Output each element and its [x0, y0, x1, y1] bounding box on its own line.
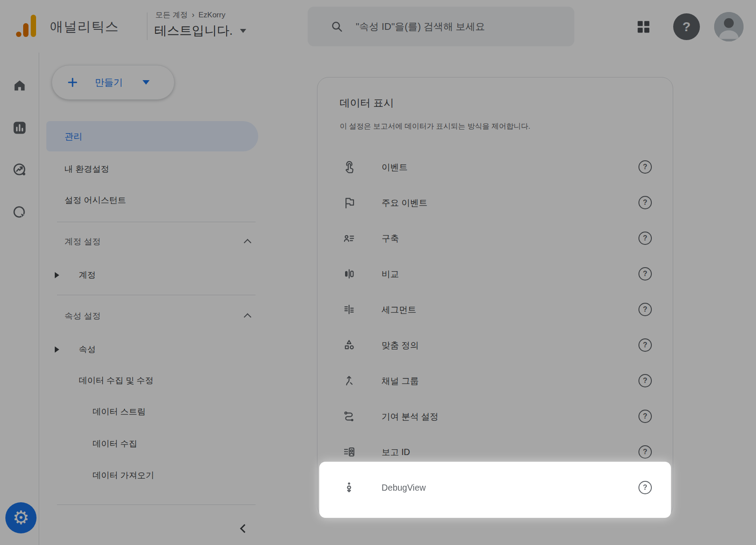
help-icon[interactable]: ?: [638, 410, 652, 423]
nav-section-account-settings[interactable]: 계정 설정: [39, 234, 276, 250]
nav-divider: [57, 295, 256, 295]
nav-item-label: 내 환경설정: [65, 163, 109, 175]
help-icon[interactable]: ?: [638, 160, 652, 174]
app-header: 애널리틱스 모든 계정 › EzKorry 테스트입니다. ?: [0, 0, 756, 53]
debug-route-icon: [342, 481, 356, 494]
reporting-id-badge-icon: [342, 445, 356, 459]
property-caret-icon: [240, 29, 246, 33]
create-button[interactable]: 만들기: [52, 65, 175, 100]
nav-item-label: 설정 어시스턴트: [65, 195, 126, 206]
advertising-icon[interactable]: [12, 205, 27, 220]
breadcrumb-chevron-icon: ›: [192, 10, 195, 20]
row-label: 세그먼트: [382, 304, 638, 316]
help-icon[interactable]: ?: [638, 267, 652, 281]
segments-icon: [342, 303, 356, 316]
home-icon[interactable]: [12, 78, 27, 93]
settings-list: 이벤트 ? 주요 이벤트 ? 구축 ? 비교: [317, 149, 673, 518]
help-icon[interactable]: ?: [638, 374, 652, 387]
create-dropdown-caret-icon[interactable]: [142, 80, 150, 85]
nav-item-my-preferences[interactable]: 내 환경설정: [39, 161, 276, 177]
nav-item-label: 데이터 가져오기: [93, 470, 154, 481]
search-icon: [331, 20, 343, 33]
nav-divider: [57, 504, 256, 505]
help-icon[interactable]: ?: [638, 196, 652, 209]
product-name: 애널리틱스: [50, 18, 119, 36]
panel-subtitle: 이 설정은 보고서에 데이터가 표시되는 방식을 제어합니다.: [340, 122, 673, 131]
plus-icon: [66, 76, 79, 89]
row-label: 구축: [382, 232, 638, 244]
row-label: DebugView: [382, 483, 638, 493]
attribution-path-icon: [342, 410, 356, 423]
explore-icon[interactable]: [12, 162, 27, 177]
nav-section-property-settings[interactable]: 속성 설정: [39, 308, 276, 324]
nav-item-data-import[interactable]: 데이터 가져오기: [39, 468, 276, 484]
row-label: 이벤트: [382, 161, 638, 173]
panel-title: 데이터 표시: [340, 96, 673, 110]
person-icon: [714, 12, 744, 41]
property-switcher[interactable]: 테스트입니다.: [154, 22, 246, 39]
triangle-right-icon[interactable]: [55, 346, 59, 353]
flag-icon: [342, 196, 356, 209]
left-rail: ⚙: [0, 53, 39, 545]
nav-divider: [57, 222, 256, 222]
shapes-icon: [342, 338, 356, 352]
row-key-events[interactable]: 주요 이벤트 ?: [317, 185, 673, 220]
nav-section-label: 계정 설정: [65, 236, 101, 248]
admin-nav: 만들기 관리 내 환경설정 설정 어시스턴트 계정 설정 계정 속성 설정 속성…: [39, 53, 276, 545]
debugview-spotlight: DebugView ?: [319, 462, 671, 518]
nav-section-label: 속성 설정: [65, 310, 101, 322]
nav-item-label: 데이터 수집 및 수정: [79, 375, 154, 386]
help-icon[interactable]: ?: [638, 303, 652, 316]
row-custom-definitions[interactable]: 맞춤 정의 ?: [317, 327, 673, 363]
nav-item-data-streams[interactable]: 데이터 스트림: [39, 404, 276, 420]
row-debugview[interactable]: DebugView ?: [319, 470, 671, 505]
row-label: 주요 이벤트: [382, 197, 638, 209]
avatar[interactable]: [714, 12, 744, 41]
property-name[interactable]: 테스트입니다.: [154, 22, 233, 39]
chevron-left-icon: [240, 524, 249, 533]
nav-item-label: 계정: [79, 269, 96, 281]
nav-item-data-collection[interactable]: 데이터 수집: [39, 436, 276, 452]
help-icon[interactable]: ?: [638, 481, 652, 494]
row-label: 맞춤 정의: [382, 339, 638, 351]
help-icon[interactable]: ?: [638, 232, 652, 245]
search-bar[interactable]: [308, 7, 574, 46]
row-label: 보고 ID: [382, 446, 638, 458]
breadcrumb[interactable]: 모든 계정 › EzKorry: [155, 10, 225, 20]
header-divider: [147, 12, 147, 40]
row-comparisons[interactable]: 비교 ?: [317, 256, 673, 292]
admin-gear-button[interactable]: ⚙: [5, 502, 37, 533]
nav-item-setup-assistant[interactable]: 설정 어시스턴트: [39, 192, 276, 208]
triangle-right-icon[interactable]: [55, 272, 59, 278]
apps-grid-icon[interactable]: [636, 19, 651, 34]
nav-item-label: 속성: [79, 344, 96, 355]
nav-item-account[interactable]: 계정: [39, 267, 276, 283]
row-label: 기여 분석 설정: [382, 411, 638, 423]
touch-event-icon: [342, 160, 356, 174]
row-label: 채널 그룹: [382, 375, 638, 387]
breadcrumb-all-accounts[interactable]: 모든 계정: [155, 10, 188, 20]
row-channel-groups[interactable]: 채널 그룹 ?: [317, 363, 673, 399]
breadcrumb-account[interactable]: EzKorry: [199, 11, 225, 20]
nav-item-property[interactable]: 속성: [39, 342, 276, 358]
chevron-up-icon[interactable]: [244, 239, 252, 247]
nav-item-label: 데이터 수집: [93, 438, 137, 450]
help-icon[interactable]: ?: [638, 445, 652, 459]
help-icon[interactable]: ?: [638, 338, 652, 352]
analytics-logo-icon[interactable]: [16, 14, 37, 37]
row-segments[interactable]: 세그먼트 ?: [317, 292, 673, 327]
row-attribution-settings[interactable]: 기여 분석 설정 ?: [317, 399, 673, 434]
nav-item-data-collection-edit[interactable]: 데이터 수집 및 수정: [39, 373, 276, 389]
row-events[interactable]: 이벤트 ?: [317, 149, 673, 185]
row-audiences[interactable]: 구축 ?: [317, 220, 673, 256]
create-label: 만들기: [95, 76, 123, 89]
search-input[interactable]: [356, 21, 552, 33]
collapse-nav-button[interactable]: [235, 521, 251, 537]
nav-item-label: 데이터 스트림: [93, 406, 146, 418]
help-button[interactable]: ?: [673, 13, 700, 40]
chevron-up-icon[interactable]: [244, 313, 252, 321]
channel-route-icon: [342, 374, 356, 387]
comparison-icon: [342, 267, 356, 281]
reports-icon[interactable]: [12, 120, 27, 135]
nav-item-admin[interactable]: 관리: [46, 121, 258, 151]
